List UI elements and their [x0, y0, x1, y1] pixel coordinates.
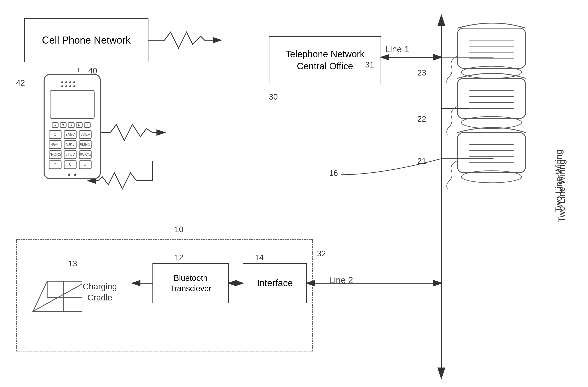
svg-text:9WXYZ: 9WXYZ	[79, 152, 91, 157]
charging-cradle-label: Charging Cradle	[82, 281, 117, 303]
svg-text:▲: ▲	[54, 123, 57, 127]
svg-rect-18	[457, 28, 525, 68]
label-22: 22	[417, 114, 426, 123]
cell-phone-device: ▲ ▼ ◄ ► ✓ 1 2ABC 3DEF 4GHI 5JKL 6MNO 7PQ…	[32, 68, 108, 225]
cell-phone-network-box: Cell Phone Network	[24, 18, 148, 62]
label-12: 12	[174, 253, 184, 262]
label-16: 16	[329, 169, 338, 178]
svg-text:*: *	[54, 162, 56, 166]
svg-text:0: 0	[69, 162, 71, 166]
svg-point-42	[61, 85, 63, 87]
svg-rect-46	[50, 90, 94, 118]
svg-text:3DEF: 3DEF	[81, 132, 90, 136]
interface-label: Interface	[257, 277, 293, 289]
svg-point-41	[73, 81, 75, 83]
label-21: 21	[417, 157, 426, 166]
svg-text:►: ►	[78, 123, 81, 127]
cell-phone-network-label: Cell Phone Network	[42, 34, 131, 47]
svg-text:2ABC: 2ABC	[65, 132, 75, 136]
label-23: 23	[417, 68, 426, 77]
svg-marker-0	[33, 281, 63, 311]
two-line-wiring-vertical: Two Line Wiring	[556, 60, 568, 321]
svg-text:6MNO: 6MNO	[80, 142, 90, 146]
svg-point-81	[68, 174, 70, 176]
svg-text:◄: ◄	[70, 123, 73, 127]
label-42: 42	[16, 78, 25, 87]
svg-text:▼: ▼	[62, 123, 65, 127]
label-32: 32	[317, 249, 326, 258]
svg-point-82	[74, 174, 76, 176]
label-14: 14	[255, 253, 264, 262]
svg-text:#: #	[84, 162, 86, 166]
line1-label: Line 1	[385, 44, 409, 54]
telephone-network-label: Telephone Network Central Office	[273, 48, 378, 72]
label-10: 10	[174, 225, 184, 234]
label-13: 13	[68, 259, 77, 268]
bluetooth-transciever-box: Bluetooth Transciever	[152, 263, 229, 303]
svg-point-39	[65, 81, 67, 83]
svg-text:1: 1	[54, 132, 56, 136]
line2-label: Line 2	[329, 275, 353, 285]
interface-box: Interface	[243, 263, 307, 303]
svg-point-38	[61, 81, 63, 83]
svg-point-45	[73, 85, 75, 87]
svg-text:7PQRS: 7PQRS	[49, 152, 61, 157]
svg-point-44	[69, 85, 71, 87]
svg-point-40	[69, 81, 71, 83]
svg-text:✓: ✓	[86, 123, 89, 127]
svg-marker-2	[47, 281, 63, 297]
svg-point-43	[65, 85, 67, 87]
phone-3	[445, 120, 542, 193]
telephone-network-box: Telephone Network Central Office	[269, 36, 381, 84]
svg-rect-30	[457, 133, 525, 173]
label-30: 30	[269, 92, 278, 101]
svg-text:8TUV: 8TUV	[66, 152, 75, 157]
svg-rect-24	[457, 78, 525, 118]
bluetooth-transciever-label: Bluetooth Transciever	[156, 273, 225, 294]
label-31: 31	[365, 60, 374, 69]
svg-text:4GHI: 4GHI	[51, 142, 59, 146]
svg-text:5JKL: 5JKL	[66, 142, 74, 146]
